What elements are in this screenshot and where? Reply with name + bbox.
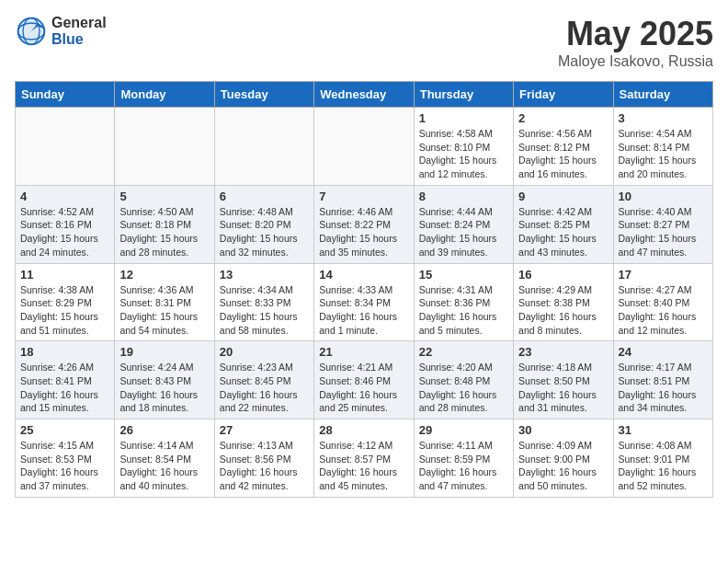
calendar-cell: 16Sunrise: 4:29 AM Sunset: 8:38 PM Dayli… [514,263,613,341]
day-number: 10 [619,190,708,203]
calendar-cell: 21Sunrise: 4:21 AM Sunset: 8:46 PM Dayli… [314,341,414,419]
calendar-cell: 20Sunrise: 4:23 AM Sunset: 8:45 PM Dayli… [214,341,313,419]
day-number: 15 [419,268,508,282]
day-info: Sunrise: 4:40 AM Sunset: 8:27 PM Dayligh… [619,205,708,259]
day-info: Sunrise: 4:36 AM Sunset: 8:31 PM Dayligh… [119,283,209,338]
calendar-cell [214,108,313,186]
day-number: 12 [119,268,209,282]
calendar-week-1: 1Sunrise: 4:58 AM Sunset: 8:10 PM Daylig… [16,108,713,186]
calendar-cell: 29Sunrise: 4:11 AM Sunset: 8:59 PM Dayli… [414,419,513,498]
day-number: 6 [220,190,309,203]
calendar-cell: 9Sunrise: 4:42 AM Sunset: 8:25 PM Daylig… [514,185,613,263]
day-number: 11 [20,268,109,282]
calendar-cell: 5Sunrise: 4:50 AM Sunset: 8:18 PM Daylig… [115,185,214,263]
day-number: 27 [220,423,309,437]
weekday-header-tuesday: Tuesday [214,82,313,108]
calendar-cell: 22Sunrise: 4:20 AM Sunset: 8:48 PM Dayli… [414,341,513,419]
day-info: Sunrise: 4:17 AM Sunset: 8:51 PM Dayligh… [619,361,708,415]
calendar-week-4: 18Sunrise: 4:26 AM Sunset: 8:41 PM Dayli… [16,341,713,419]
calendar-cell: 23Sunrise: 4:18 AM Sunset: 8:50 PM Dayli… [514,341,613,419]
logo-general: General [51,15,107,31]
calendar-week-3: 11Sunrise: 4:38 AM Sunset: 8:29 PM Dayli… [16,263,713,341]
day-info: Sunrise: 4:46 AM Sunset: 8:22 PM Dayligh… [319,205,408,259]
day-info: Sunrise: 4:09 AM Sunset: 9:00 PM Dayligh… [518,439,608,493]
day-number: 21 [319,345,408,359]
day-info: Sunrise: 4:20 AM Sunset: 8:48 PM Dayligh… [419,361,508,415]
day-info: Sunrise: 4:42 AM Sunset: 8:25 PM Dayligh… [518,205,608,259]
day-number: 30 [518,423,608,437]
day-info: Sunrise: 4:23 AM Sunset: 8:45 PM Dayligh… [220,361,309,415]
weekday-header-saturday: Saturday [613,82,712,108]
weekday-header-thursday: Thursday [414,82,513,108]
day-info: Sunrise: 4:18 AM Sunset: 8:50 PM Dayligh… [518,361,608,415]
calendar-cell: 24Sunrise: 4:17 AM Sunset: 8:51 PM Dayli… [613,341,712,419]
day-info: Sunrise: 4:31 AM Sunset: 8:36 PM Dayligh… [419,283,508,338]
day-info: Sunrise: 4:38 AM Sunset: 8:29 PM Dayligh… [20,283,109,338]
weekday-header-wednesday: Wednesday [314,82,414,108]
calendar-cell: 30Sunrise: 4:09 AM Sunset: 9:00 PM Dayli… [514,419,613,498]
calendar-cell: 17Sunrise: 4:27 AM Sunset: 8:40 PM Dayli… [613,263,712,341]
day-number: 5 [119,190,209,203]
weekday-header-friday: Friday [514,82,613,108]
day-number: 31 [619,423,708,437]
calendar-cell: 27Sunrise: 4:13 AM Sunset: 8:56 PM Dayli… [214,419,313,498]
day-number: 17 [619,268,708,282]
day-number: 2 [518,111,608,125]
day-info: Sunrise: 4:08 AM Sunset: 9:01 PM Dayligh… [619,439,708,493]
calendar-cell: 12Sunrise: 4:36 AM Sunset: 8:31 PM Dayli… [115,263,214,341]
logo: General Blue [15,15,107,48]
day-number: 26 [119,423,209,437]
day-number: 29 [419,423,508,437]
calendar-cell: 8Sunrise: 4:44 AM Sunset: 8:24 PM Daylig… [414,185,513,263]
calendar-cell [115,108,214,186]
day-number: 13 [220,268,309,282]
calendar-cell: 10Sunrise: 4:40 AM Sunset: 8:27 PM Dayli… [613,185,712,263]
day-number: 28 [319,423,408,437]
calendar-cell: 15Sunrise: 4:31 AM Sunset: 8:36 PM Dayli… [414,263,513,341]
day-info: Sunrise: 4:48 AM Sunset: 8:20 PM Dayligh… [220,205,309,259]
logo-blue: Blue [51,31,107,48]
calendar-cell: 25Sunrise: 4:15 AM Sunset: 8:53 PM Dayli… [16,419,115,498]
calendar-cell [314,108,414,186]
day-number: 22 [419,345,508,359]
calendar-cell: 18Sunrise: 4:26 AM Sunset: 8:41 PM Dayli… [16,341,115,419]
day-info: Sunrise: 4:56 AM Sunset: 8:12 PM Dayligh… [518,127,608,181]
day-info: Sunrise: 4:33 AM Sunset: 8:34 PM Dayligh… [319,283,408,338]
calendar-cell: 2Sunrise: 4:56 AM Sunset: 8:12 PM Daylig… [514,108,613,186]
day-info: Sunrise: 4:12 AM Sunset: 8:57 PM Dayligh… [319,439,408,493]
day-number: 14 [319,268,408,282]
day-info: Sunrise: 4:26 AM Sunset: 8:41 PM Dayligh… [20,361,109,415]
calendar-cell: 13Sunrise: 4:34 AM Sunset: 8:33 PM Dayli… [214,263,313,341]
day-info: Sunrise: 4:52 AM Sunset: 8:16 PM Dayligh… [20,205,109,259]
calendar-cell: 14Sunrise: 4:33 AM Sunset: 8:34 PM Dayli… [314,263,414,341]
day-info: Sunrise: 4:21 AM Sunset: 8:46 PM Dayligh… [319,361,408,415]
page-header: General Blue May 2025 Maloye Isakovo, Ru… [15,15,713,70]
calendar-cell: 19Sunrise: 4:24 AM Sunset: 8:43 PM Dayli… [115,341,214,419]
day-number: 25 [20,423,109,437]
calendar-cell: 11Sunrise: 4:38 AM Sunset: 8:29 PM Dayli… [16,263,115,341]
day-number: 24 [619,345,708,359]
calendar-week-2: 4Sunrise: 4:52 AM Sunset: 8:16 PM Daylig… [16,185,713,263]
day-number: 8 [419,190,508,203]
calendar-cell: 4Sunrise: 4:52 AM Sunset: 8:16 PM Daylig… [16,185,115,263]
location: Maloye Isakovo, Russia [558,53,713,70]
day-info: Sunrise: 4:15 AM Sunset: 8:53 PM Dayligh… [20,439,109,493]
calendar-cell: 7Sunrise: 4:46 AM Sunset: 8:22 PM Daylig… [314,185,414,263]
day-number: 9 [518,190,608,203]
month-title: May 2025 [558,15,713,53]
day-number: 20 [220,345,309,359]
weekday-header-sunday: Sunday [16,82,115,108]
day-number: 23 [518,345,608,359]
calendar-cell: 3Sunrise: 4:54 AM Sunset: 8:14 PM Daylig… [613,108,712,186]
calendar-cell: 26Sunrise: 4:14 AM Sunset: 8:54 PM Dayli… [115,419,214,498]
weekday-header-row: SundayMondayTuesdayWednesdayThursdayFrid… [16,82,713,108]
day-info: Sunrise: 4:24 AM Sunset: 8:43 PM Dayligh… [119,361,209,415]
day-info: Sunrise: 4:58 AM Sunset: 8:10 PM Dayligh… [419,127,508,181]
day-info: Sunrise: 4:34 AM Sunset: 8:33 PM Dayligh… [220,283,309,338]
day-number: 16 [518,268,608,282]
day-info: Sunrise: 4:13 AM Sunset: 8:56 PM Dayligh… [220,439,309,493]
calendar-week-5: 25Sunrise: 4:15 AM Sunset: 8:53 PM Dayli… [16,419,713,498]
day-info: Sunrise: 4:11 AM Sunset: 8:59 PM Dayligh… [419,439,508,493]
title-block: May 2025 Maloye Isakovo, Russia [558,15,713,70]
calendar-cell: 1Sunrise: 4:58 AM Sunset: 8:10 PM Daylig… [414,108,513,186]
